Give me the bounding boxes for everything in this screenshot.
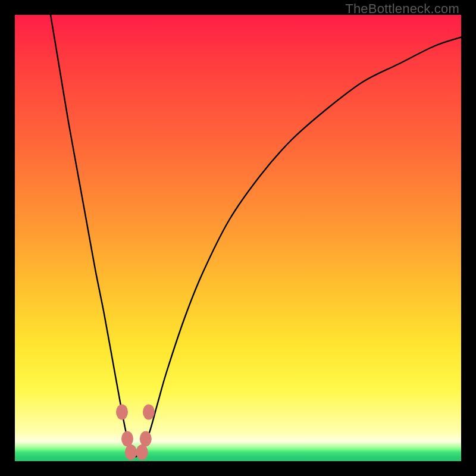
curve-marker-1 bbox=[143, 405, 155, 420]
curve-marker-3 bbox=[140, 431, 152, 447]
curve-svg bbox=[15, 15, 461, 461]
curve-marker-2 bbox=[121, 431, 133, 447]
bottleneck-curve bbox=[51, 15, 461, 457]
chart-frame: TheBottleneck.com bbox=[0, 0, 476, 476]
curve-marker-4 bbox=[125, 444, 137, 460]
curve-marker-5 bbox=[136, 444, 148, 460]
attribution-text: TheBottleneck.com bbox=[345, 1, 459, 17]
plot-area bbox=[15, 15, 461, 461]
curve-marker-0 bbox=[116, 405, 128, 420]
